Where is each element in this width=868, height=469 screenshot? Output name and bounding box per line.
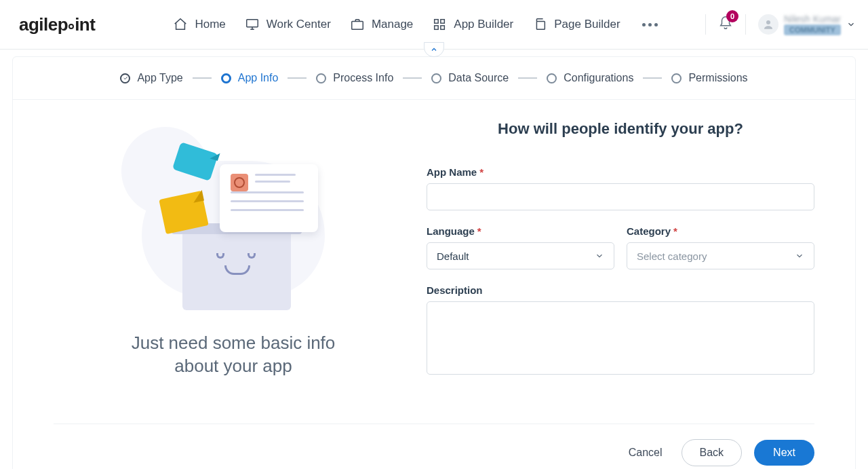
step-configurations[interactable]: Configurations	[547, 72, 633, 84]
step-label: Process Info	[333, 72, 393, 84]
nav-work-center[interactable]: Work Center	[245, 17, 331, 32]
description-label: Description	[427, 284, 814, 296]
step-process-info[interactable]: Process Info	[316, 72, 393, 84]
copy-icon	[532, 17, 547, 32]
step-permissions[interactable]: Permissions	[671, 72, 747, 84]
logo-dot-icon	[68, 24, 74, 29]
app-name-input[interactable]	[427, 183, 814, 210]
notifications-badge: 0	[726, 10, 738, 22]
chevron-down-icon	[846, 20, 856, 29]
svg-rect-2	[435, 20, 439, 24]
wizard-body: Just need some basic info about your app…	[13, 100, 855, 390]
step-app-info[interactable]: App Info	[221, 72, 279, 84]
nav-home[interactable]: Home	[173, 17, 225, 32]
info-card-icon	[220, 164, 318, 232]
avatar	[758, 14, 778, 35]
field-language: Language* Default	[427, 225, 614, 269]
info-icon	[231, 174, 248, 191]
notifications-button[interactable]: 0	[718, 16, 733, 33]
circle-icon	[547, 73, 557, 83]
step-separator	[518, 77, 537, 79]
cancel-button[interactable]: Cancel	[622, 440, 669, 466]
brand-logo: agilepint	[19, 14, 95, 35]
step-label: App Info	[238, 72, 279, 84]
briefcase-icon	[350, 17, 365, 32]
chevron-down-icon	[595, 251, 604, 261]
wizard-stepper: App Type App Info Process Info Data Sour…	[13, 57, 855, 100]
form-title: How will people identify your app?	[427, 120, 814, 138]
nav-app-builder-label: App Builder	[454, 18, 513, 31]
step-separator	[288, 77, 307, 79]
back-button[interactable]: Back	[682, 439, 743, 466]
category-placeholder: Select category	[637, 250, 707, 262]
collapse-toggle[interactable]	[424, 42, 444, 57]
user-menu[interactable]: Nilesh Kumar COMMUNITY	[758, 14, 856, 35]
nav-home-label: Home	[195, 18, 225, 31]
step-separator	[193, 77, 212, 79]
separator	[745, 14, 746, 35]
check-icon	[120, 73, 130, 83]
field-category: Category* Select category	[627, 225, 814, 269]
step-data-source[interactable]: Data Source	[431, 72, 509, 84]
svg-point-7	[766, 20, 770, 24]
nav-work-center-label: Work Center	[267, 18, 331, 31]
svg-rect-4	[435, 26, 439, 30]
home-icon	[173, 17, 188, 32]
circle-icon	[431, 73, 441, 83]
separator	[705, 14, 706, 35]
field-description: Description	[427, 284, 814, 375]
circle-icon	[316, 73, 326, 83]
apps-icon	[432, 17, 447, 32]
svg-rect-5	[441, 26, 445, 30]
category-label: Category*	[627, 225, 814, 237]
left-column: Just need some basic info about your app	[54, 120, 413, 390]
svg-rect-0	[247, 20, 258, 27]
step-label: Configurations	[564, 72, 633, 84]
user-role-badge: COMMUNITY	[784, 24, 841, 35]
svg-rect-6	[537, 21, 545, 29]
wizard-footer: Cancel Back Next	[54, 424, 814, 469]
step-separator	[403, 77, 422, 79]
wizard-panel: App Type App Info Process Info Data Sour…	[12, 56, 856, 469]
nav-app-builder[interactable]: App Builder	[432, 17, 513, 32]
form-column: How will people identify your app? App N…	[413, 120, 814, 390]
language-label: Language*	[427, 225, 614, 237]
nav-page-builder[interactable]: Page Builder	[532, 17, 620, 32]
chevron-up-icon	[430, 45, 438, 54]
circle-icon	[221, 73, 231, 83]
description-textarea[interactable]	[427, 301, 814, 375]
user-icon	[762, 18, 774, 31]
chevron-down-icon	[795, 251, 804, 261]
topbar-right: 0 Nilesh Kumar COMMUNITY	[705, 14, 856, 35]
step-label: Data Source	[448, 72, 509, 84]
left-heading: Just need some basic info about your app	[111, 332, 355, 378]
language-value: Default	[437, 250, 469, 262]
step-separator	[643, 77, 662, 79]
svg-rect-3	[441, 20, 445, 24]
next-button[interactable]: Next	[754, 440, 814, 466]
category-select[interactable]: Select category	[627, 242, 814, 269]
app-name-label: App Name*	[427, 166, 814, 178]
step-label: App Type	[137, 72, 182, 84]
nav-manage[interactable]: Manage	[350, 17, 413, 32]
illustration	[135, 127, 332, 303]
circle-icon	[671, 73, 682, 83]
user-name: Nilesh Kumar	[784, 14, 841, 24]
nav-manage-label: Manage	[372, 18, 413, 31]
step-app-type[interactable]: App Type	[120, 72, 182, 84]
field-app-name: App Name*	[427, 166, 814, 210]
monitor-icon	[245, 17, 260, 32]
nav-more[interactable]	[642, 23, 658, 26]
svg-rect-1	[352, 21, 363, 29]
main-nav: Home Work Center Manage App Builder Page…	[173, 17, 657, 32]
language-select[interactable]: Default	[427, 242, 614, 269]
step-label: Permissions	[688, 72, 747, 84]
nav-page-builder-label: Page Builder	[554, 18, 620, 31]
